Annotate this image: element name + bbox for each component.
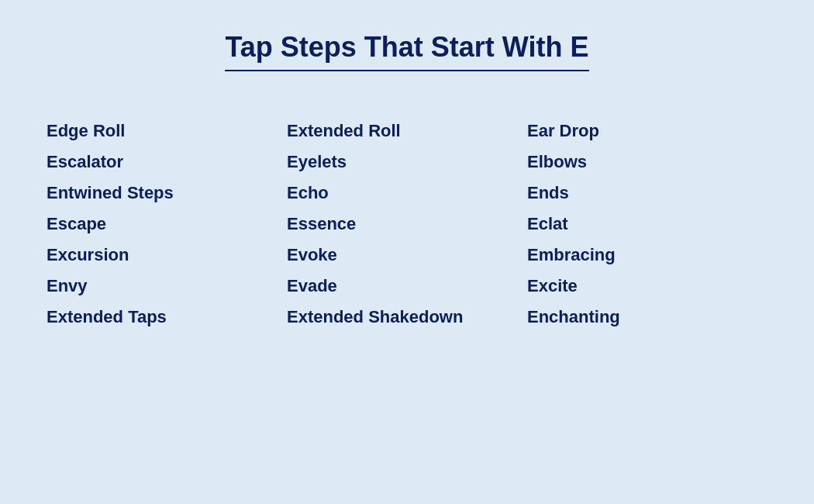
list-item: Excursion <box>47 242 287 268</box>
list-item: Eyelets <box>287 149 527 175</box>
list-item: Extended Shakedown <box>287 304 527 330</box>
list-item: Embracing <box>527 242 767 268</box>
list-item: Enchanting <box>527 304 767 330</box>
title-section: Tap Steps That Start With E <box>47 31 767 71</box>
page-title: Tap Steps That Start With E <box>225 31 588 71</box>
list-item: Escape <box>47 211 287 237</box>
list-item: Echo <box>287 180 527 206</box>
list-item: Elbows <box>527 149 767 175</box>
list-item: Excite <box>527 273 767 299</box>
columns-container: Edge RollEscalatorEntwined StepsEscapeEx… <box>47 102 767 330</box>
list-item: Escalator <box>47 149 287 175</box>
list-item: Evade <box>287 273 527 299</box>
column-1: Edge RollEscalatorEntwined StepsEscapeEx… <box>47 118 287 330</box>
list-item: Edge Roll <box>47 118 287 144</box>
column-3: Ear DropElbowsEndsEclatEmbracingExciteEn… <box>527 118 767 330</box>
page-container: Tap Steps That Start With E Edge RollEsc… <box>0 0 814 361</box>
list-item: Extended Taps <box>47 304 287 330</box>
list-item: Evoke <box>287 242 527 268</box>
list-item: Ear Drop <box>527 118 767 144</box>
list-item: Entwined Steps <box>47 180 287 206</box>
list-item: Essence <box>287 211 527 237</box>
list-item: Ends <box>527 180 767 206</box>
list-item: Eclat <box>527 211 767 237</box>
column-2: Extended RollEyeletsEchoEssenceEvokeEvad… <box>287 118 527 330</box>
list-item: Extended Roll <box>287 118 527 144</box>
list-item: Envy <box>47 273 287 299</box>
